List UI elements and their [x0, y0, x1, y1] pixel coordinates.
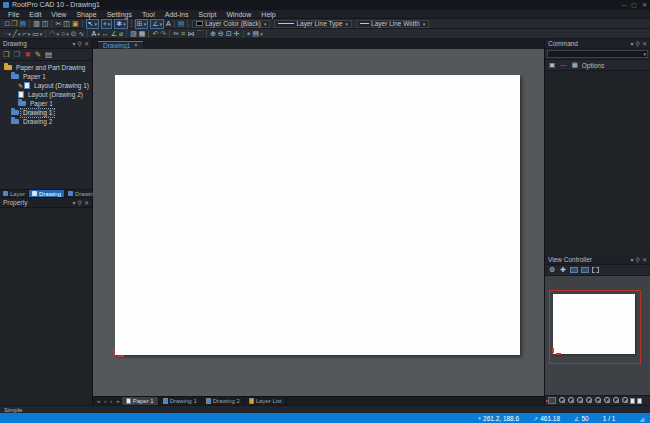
chevron-down-icon[interactable]: ▾: [123, 21, 126, 27]
draw-point-icon[interactable]: ·▾: [4, 30, 12, 38]
vc-zoom-preset-8-icon[interactable]: [621, 397, 628, 404]
menu-help[interactable]: Help: [256, 10, 280, 19]
maximize-button[interactable]: ▢: [631, 0, 637, 10]
draw-rect-icon[interactable]: ▭▾: [31, 30, 43, 38]
new-paper-icon[interactable]: ❒: [2, 51, 11, 59]
vc-page-next-icon[interactable]: [637, 398, 642, 404]
menu-window[interactable]: Window: [221, 10, 256, 19]
menu-addins[interactable]: Add-ins: [160, 10, 194, 19]
vc-saved-view-2-icon[interactable]: [581, 267, 589, 273]
open-file-icon[interactable]: ❒: [10, 20, 18, 28]
panel-menu-icon[interactable]: ▾: [631, 39, 634, 49]
minimize-button[interactable]: ─: [622, 0, 626, 10]
command-pause-icon[interactable]: —: [559, 61, 568, 69]
panel-menu-icon[interactable]: ▾: [631, 255, 634, 265]
command-panel-header[interactable]: Command ▾⚲✕: [545, 39, 650, 49]
layer-line-width-dropdown[interactable]: Layer Line Width▾: [356, 20, 429, 28]
chevron-down-icon[interactable]: ▾: [40, 31, 43, 37]
snap-mode-dropdown[interactable]: ⌖▾: [101, 19, 112, 29]
draw-polyline-icon[interactable]: ⌐▾: [22, 30, 32, 38]
tree-item-layout-drawing-1-[interactable]: ✎Layout (Drawing 1): [0, 81, 92, 90]
sheet-nav-last-icon[interactable]: »: [114, 397, 121, 405]
close-button[interactable]: ✕: [642, 0, 647, 10]
vc-zoom-preset-3-icon[interactable]: [576, 397, 583, 404]
snap-point-dropdown[interactable]: ✱▾: [114, 19, 127, 29]
menu-shape[interactable]: Shape: [71, 10, 101, 19]
chevron-down-icon[interactable]: ▾: [108, 21, 111, 27]
canvas-viewport[interactable]: [93, 49, 544, 396]
zoom-in-icon[interactable]: ⊕: [209, 30, 217, 38]
layer-color-dropdown[interactable]: Layer Color (Black)▾: [192, 20, 270, 28]
command-input[interactable]: ▾: [547, 50, 648, 58]
insert-image-icon[interactable]: ▦: [138, 30, 147, 38]
vc-zoom-preset-7-icon[interactable]: [612, 397, 619, 404]
drawing-panel-header[interactable]: Drawing ▾⚲✕: [0, 39, 92, 49]
numeric-input-icon[interactable]: A: [165, 20, 172, 28]
property-panel-header[interactable]: Property ▾⚲✕: [0, 198, 92, 208]
draw-circle-icon[interactable]: ○▾: [60, 30, 70, 38]
vc-pan-icon[interactable]: ✚: [559, 266, 567, 274]
chevron-down-icon[interactable]: ▾: [56, 31, 59, 37]
vc-zoom-preset-5-icon[interactable]: [594, 397, 601, 404]
sheet-nav-first-icon[interactable]: «: [95, 397, 102, 405]
hatch-icon[interactable]: ▨: [129, 30, 138, 38]
chevron-down-icon[interactable]: ▾: [643, 51, 646, 57]
sheet-tab-drawing2[interactable]: Drawing 2: [202, 397, 245, 405]
sheet-tab-drawing1[interactable]: Drawing 1: [159, 397, 202, 405]
fillet-icon[interactable]: ⌒: [195, 30, 204, 38]
chevron-down-icon[interactable]: ▾: [94, 21, 97, 27]
vc-settings-icon[interactable]: ⚙: [548, 266, 556, 274]
sheet-tab-layer-list[interactable]: Layer List: [245, 397, 287, 405]
chevron-down-icon[interactable]: ▾: [66, 31, 69, 37]
dimension-linear-icon[interactable]: ↔: [101, 30, 110, 38]
draw-arc-icon[interactable]: ◠▾: [48, 30, 60, 38]
mirror-icon[interactable]: ⋈: [186, 30, 195, 38]
new-drawing-icon[interactable]: ❒: [13, 51, 22, 59]
rename-icon[interactable]: ✎: [34, 51, 42, 59]
zoom-out-icon[interactable]: ⊖: [217, 30, 225, 38]
pin-icon[interactable]: ⚲: [636, 39, 640, 49]
zoom-extents-icon[interactable]: ⊡: [225, 30, 233, 38]
menu-settings[interactable]: Settings: [102, 10, 137, 19]
chevron-down-icon[interactable]: ▾: [264, 21, 267, 27]
properties-tool-icon[interactable]: ▤▾: [252, 30, 264, 38]
chevron-down-icon[interactable]: ▾: [423, 21, 426, 27]
view-controller-preview[interactable]: [545, 276, 650, 395]
trim-icon[interactable]: ✂: [172, 30, 180, 38]
close-icon[interactable]: ✕: [642, 255, 647, 265]
pin-icon[interactable]: ⚲: [78, 198, 82, 208]
tree-item-layout-drawing-2-[interactable]: Layout (Drawing 2): [0, 90, 92, 99]
chevron-down-icon[interactable]: ▾: [28, 31, 31, 37]
tree-item-drawing-1[interactable]: Drawing 1: [0, 108, 92, 117]
undo-icon[interactable]: ↶: [151, 30, 159, 38]
tab-layer[interactable]: Layer: [0, 190, 29, 197]
tab-drawing[interactable]: Drawing: [29, 190, 65, 197]
chevron-down-icon[interactable]: ▾: [346, 21, 349, 27]
vc-zoom-preset-1-icon[interactable]: [558, 397, 565, 404]
paste-icon[interactable]: ▣: [71, 20, 80, 28]
tree-item-paper-1[interactable]: Paper 1: [0, 99, 92, 108]
vc-zoom-preset-4-icon[interactable]: [585, 397, 592, 404]
chevron-down-icon[interactable]: ▾: [97, 31, 100, 37]
vc-zoom-window-icon[interactable]: [592, 267, 599, 273]
menu-tool[interactable]: Tool: [137, 10, 160, 19]
command-run-icon[interactable]: ▣: [548, 61, 556, 69]
vc-zoom-preset-2-icon[interactable]: [567, 397, 574, 404]
pan-icon[interactable]: ✛: [233, 30, 241, 38]
menu-file[interactable]: File: [3, 10, 24, 19]
chevron-down-icon[interactable]: ▾: [144, 21, 147, 27]
menu-view[interactable]: View: [46, 10, 71, 19]
sheet-tab-paper1[interactable]: Paper 1: [122, 397, 159, 405]
tree-item-paper-1[interactable]: Paper 1: [0, 72, 92, 81]
cut-icon[interactable]: ✂: [54, 20, 62, 28]
print-preview-icon[interactable]: ◫: [41, 20, 50, 28]
vc-page-prev-icon[interactable]: [630, 398, 635, 404]
panel-menu-icon[interactable]: ▾: [73, 198, 76, 208]
text-tool-icon[interactable]: A▾: [90, 30, 100, 38]
properties-icon[interactable]: ▤: [44, 51, 53, 59]
menu-script[interactable]: Script: [194, 10, 222, 19]
grid-display-dropdown[interactable]: ⊞▾: [135, 19, 148, 29]
vc-saved-view-1-icon[interactable]: [570, 267, 578, 273]
close-icon[interactable]: ✕: [84, 39, 89, 49]
pin-icon[interactable]: ⚲: [78, 39, 82, 49]
